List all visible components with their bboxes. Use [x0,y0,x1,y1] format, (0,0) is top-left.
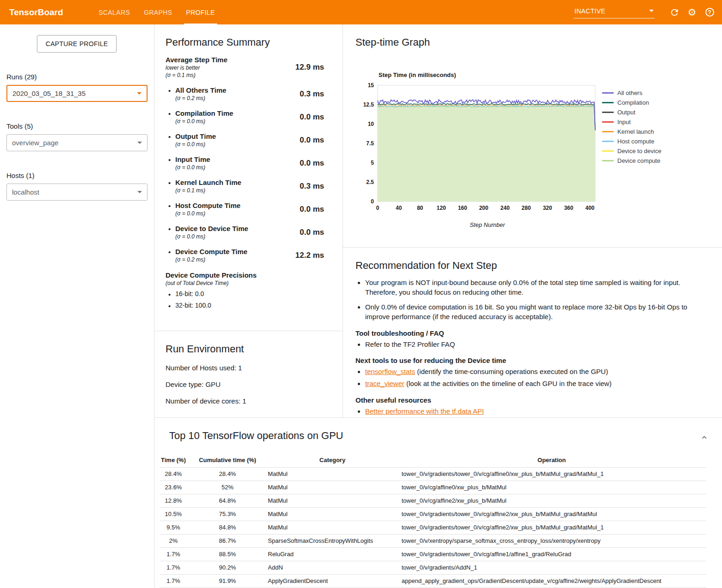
capture-profile-button[interactable]: CAPTURE PROFILE [37,35,117,53]
hosts-select[interactable]: localhost [6,184,148,201]
tools-label: Tools (5) [6,122,154,130]
run-environment-card: Run Environment Number of Hosts used: 1D… [154,331,343,417]
bullet-dot: • [168,86,171,101]
legend-color-swatch [602,92,614,94]
performance-summary-title: Performance Summary [166,36,324,48]
svg-text:320: 320 [543,205,552,211]
settings-gear-icon[interactable]: ⚙ [686,6,698,18]
legend-item: Input [602,117,661,127]
step-time-chart-svg: 02.557.51012.515040801201602002402803203… [352,82,604,220]
chevron-down-icon [137,142,142,144]
table-row: 10.5%75.3%MatMultower_0/v/gradients/towe… [160,507,706,521]
average-step-time-row: Average Step Time lower is better (σ = 0… [166,56,324,78]
collapse-chevron-icon[interactable] [700,434,708,443]
header-actions: INACTIVE ⚙ ? [574,6,716,18]
bullet-dot: • [168,302,171,311]
table-row: 1.7%88.5%ReluGradtower_0/v/gradients/tow… [160,547,706,561]
trace-viewer-link[interactable]: trace_viewer [365,380,404,387]
tab-profile[interactable]: PROFILE [179,0,222,24]
svg-text:0: 0 [371,198,374,205]
table-row: 23.6%52%MatMultower_0/v/cg/affine0/xw_pl… [160,481,706,494]
legend-color-swatch [602,112,614,113]
svg-text:10: 10 [368,121,374,127]
tab-scalars[interactable]: SCALARS [92,0,137,24]
legend-color-swatch [602,160,614,161]
bullet-dot: • [168,155,171,171]
chart-title: Step Time (in milliseconds) [379,71,456,78]
runs-select-value: 2020_03_05_18_31_35 [12,89,86,97]
svg-text:2.5: 2.5 [366,179,374,185]
table-row: 9.5%84.8%MatMultower_0/v/gradients/tower… [160,521,706,534]
perf-items-list: •All Others Time(σ = 0.2 ms)0.3 ms•Compi… [166,86,324,263]
hosts-label: Hosts (1) [6,172,154,179]
step-time-graph-card: Step-time Graph Step Time (in millisecon… [343,24,722,248]
tools-select[interactable]: overview_page [6,134,148,151]
chevron-down-icon [137,92,142,95]
svg-text:0: 0 [376,205,379,211]
main-content: Performance Summary Average Step Time lo… [154,24,722,588]
svg-text:200: 200 [479,205,488,211]
legend-color-swatch [602,150,614,152]
help-icon[interactable]: ? [704,6,716,18]
average-step-time-value: 12.9 ms [296,63,324,72]
top-ops-table: Time (%)Cumulative time (%)CategoryOpera… [160,453,706,588]
recommendation-card: Recommendation for Next Step Your progra… [343,248,722,417]
svg-text:120: 120 [437,205,446,211]
run-environment-title: Run Environment [166,343,331,355]
resources-heading: Other useful resources [355,396,706,404]
svg-text:240: 240 [500,205,509,211]
run-environment-line: Number of device cores: 1 [166,397,331,405]
faq-heading: Tool troubleshooting / FAQ [355,329,706,337]
top-ops-card: Top 10 TensorFlow operations on GPU Time… [154,417,722,588]
bullet-dot: • [168,132,171,148]
recommendation-bullet: Your program is NOT input-bound because … [365,278,706,297]
runs-select[interactable]: 2020_03_05_18_31_35 [6,85,148,102]
tfdata-performance-link[interactable]: Better performance with the tf.data API [365,407,484,415]
table-row: 2%86.7%SparseSoftmaxCrossEntropyWithLogi… [160,534,706,547]
average-step-time-sigma: (σ = 0.1 ms) [166,72,227,78]
tab-graphs[interactable]: GRAPHS [137,0,179,24]
step-time-graph-title: Step-time Graph [355,36,430,48]
recommendation-title: Recommendation for Next Step [355,260,706,272]
svg-text:40: 40 [396,205,402,211]
svg-text:7.5: 7.5 [366,140,374,147]
status-dropdown-value: INACTIVE [574,7,605,15]
legend-item: Device to device [602,146,661,156]
bullet-dot: • [168,109,171,125]
perf-item: •Kernel Launch Time(σ = 0.1 ms)0.3 ms [166,178,324,194]
perf-item: •All Others Time(σ = 0.2 ms)0.3 ms [166,86,324,101]
run-environment-line: Device type: GPU [166,380,331,388]
perf-item: •Input Time(σ = 0.0 ms)0.0 ms [166,155,324,171]
top-ops-title: Top 10 TensorFlow operations on GPU [169,430,343,442]
perf-item: •Device to Device Time(σ = 0.0 ms)0.0 ms [166,225,324,240]
perf-item: •Device Compute Time(σ = 0.2 ms)12.2 ms [166,248,324,263]
svg-text:5: 5 [371,160,374,166]
hosts-select-value: localhost [12,188,39,196]
bullet-dot: • [168,248,171,263]
perf-item: •Host Compute Time(σ = 0.0 ms)0.0 ms [166,202,324,217]
legend-color-swatch [602,141,614,142]
average-step-time-label: Average Step Time [166,56,227,64]
tensorflow-stats-link[interactable]: tensorflow_stats [365,368,415,375]
table-header-row: Time (%)Cumulative time (%)CategoryOpera… [160,453,706,467]
legend-color-swatch [602,121,614,123]
legend-item: All others [602,88,661,98]
chevron-down-icon [137,191,142,193]
svg-text:360: 360 [564,205,573,211]
nav-tabs: SCALARSGRAPHSPROFILE [92,0,222,24]
bullet-dot: • [168,290,171,299]
bullet-dot: • [168,225,171,240]
refresh-icon[interactable] [669,6,681,18]
status-dropdown[interactable]: INACTIVE [574,6,655,18]
average-step-time-note: lower is better [166,65,227,71]
legend-item: Host compute [602,137,661,146]
legend-color-swatch [602,131,614,132]
run-environment-line: Number of Hosts used: 1 [166,364,331,372]
precisions-list: •16-bit: 0.0•32-bit: 100.0 [166,290,324,310]
app-header: TensorBoard SCALARSGRAPHSPROFILE INACTIV… [0,0,722,24]
precisions-label: Device Compute Precisions [166,271,324,279]
table-row: 28.4%28.4%MatMultower_0/v/gradients/towe… [160,467,706,481]
bullet-dot: • [168,202,171,217]
run-environment-lines: Number of Hosts used: 1Device type: GPUN… [166,364,331,405]
chart-xlabel: Step Number [379,221,596,228]
